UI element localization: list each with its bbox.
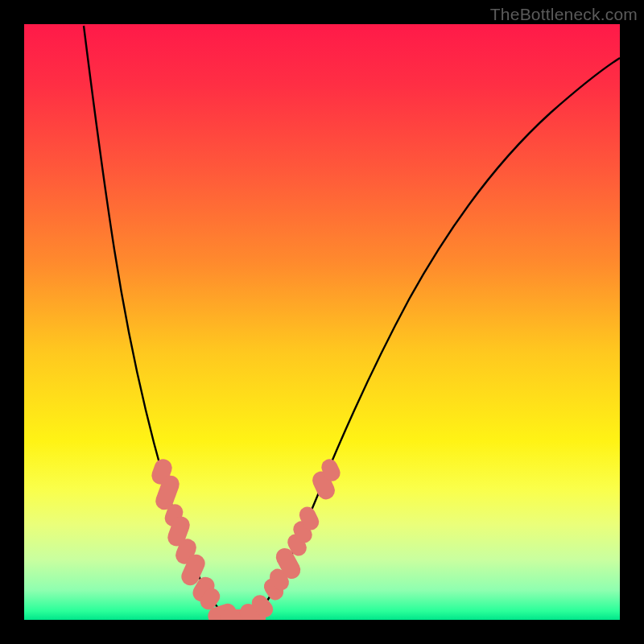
plot-frame (24, 24, 620, 620)
bottleneck-chart (24, 24, 620, 620)
gradient-background (24, 24, 620, 620)
watermark-text: TheBottleneck.com (490, 5, 638, 24)
